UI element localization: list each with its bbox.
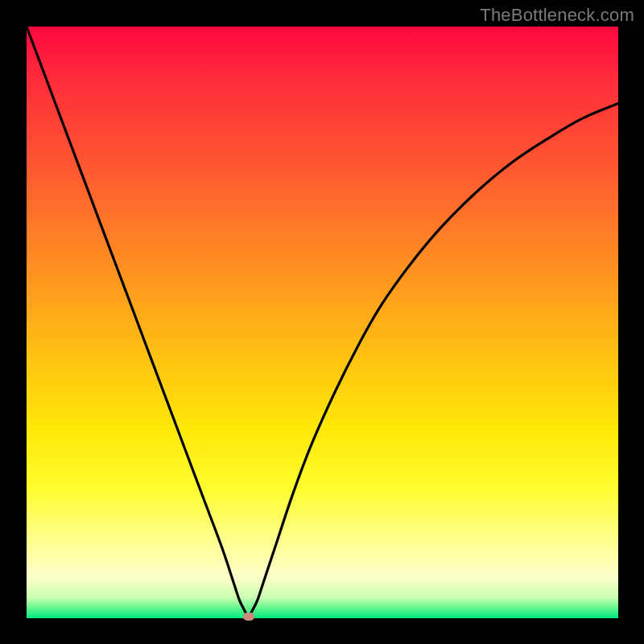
chart-stage: TheBottleneck.com bbox=[0, 0, 644, 644]
plot-area bbox=[27, 27, 618, 618]
optimum-marker bbox=[243, 613, 254, 621]
bottleneck-curve bbox=[27, 27, 618, 618]
watermark-text: TheBottleneck.com bbox=[480, 5, 634, 26]
